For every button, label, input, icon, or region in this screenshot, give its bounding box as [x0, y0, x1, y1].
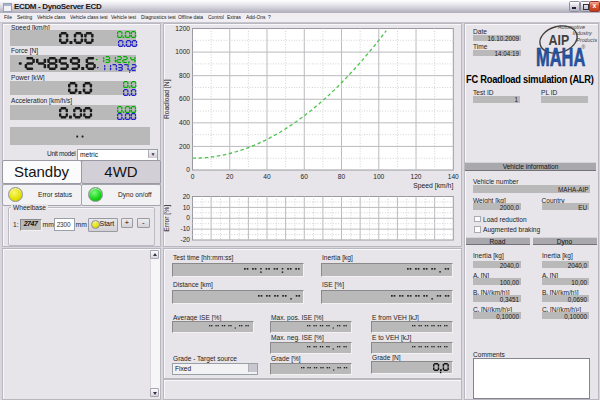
svg-text:20: 20 — [183, 193, 191, 200]
svg-text:140: 140 — [448, 173, 459, 180]
svg-text:1000: 1000 — [175, 48, 190, 55]
svg-text:60: 60 — [301, 173, 309, 180]
svg-text:100: 100 — [373, 173, 384, 180]
svg-text:200: 200 — [179, 143, 190, 150]
svg-text:Roadload [N]: Roadload [N] — [163, 79, 171, 119]
svg-text:400: 400 — [179, 119, 190, 126]
svg-text:10: 10 — [183, 204, 191, 211]
svg-text:20: 20 — [226, 173, 234, 180]
svg-text:800: 800 — [179, 72, 190, 79]
svg-text:-10: -10 — [180, 225, 190, 232]
svg-text:0: 0 — [191, 173, 195, 180]
svg-text:Industry: Industry — [573, 30, 592, 36]
svg-text:Error [%]: Error [%] — [163, 205, 171, 232]
svg-text:120: 120 — [411, 173, 422, 180]
svg-text:MAHA: MAHA — [536, 42, 585, 68]
svg-text:80: 80 — [338, 173, 346, 180]
svg-text:40: 40 — [263, 173, 271, 180]
svg-text:1200: 1200 — [175, 25, 190, 32]
svg-text:-20: -20 — [180, 236, 190, 243]
svg-text:0: 0 — [186, 214, 190, 221]
svg-text:Automotive: Automotive — [557, 24, 585, 30]
svg-text:600: 600 — [179, 95, 190, 102]
svg-text:Speed [km/h]: Speed [km/h] — [413, 182, 453, 190]
